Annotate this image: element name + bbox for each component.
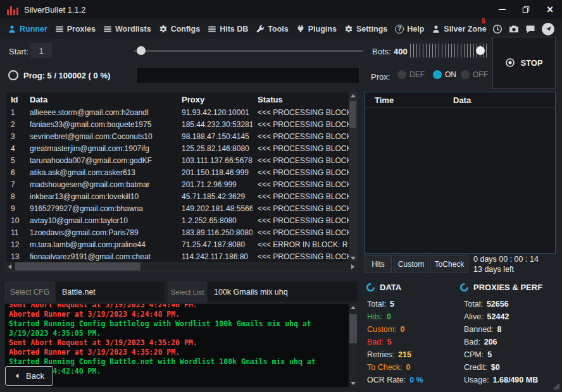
cell-data: inkbear13@gmail.com:lovekill10 [25,191,177,203]
progress-text: Prog: 5 / 100002 ( 0 %) [23,71,110,80]
stat-value: 52442 [487,312,509,321]
close-button[interactable]: × [538,0,562,19]
scrollbar-thumb[interactable] [349,314,357,343]
cell-data: faniaes33@gmail.com:boquete1975 [25,119,177,131]
start-slider[interactable] [134,50,363,52]
scroll-up-icon[interactable] [351,94,356,97]
person-icon [8,25,16,34]
stat-label: Custom: [367,325,397,334]
tab-tocheck-results[interactable]: ToCheck [430,255,468,273]
scroll-right-icon[interactable] [351,264,354,269]
back-button[interactable]: Back [5,366,53,386]
camera-icon[interactable] [509,24,519,34]
capture-grid-header: Time Data [365,92,555,108]
stat-label: Bad: [367,338,384,346]
history-clock-icon[interactable] [492,24,503,34]
stat-row: Credit: $0 [464,361,538,374]
stat-value: 5 [390,300,394,309]
capture-grid: Time Data [364,92,556,254]
table-row[interactable]: 6 atika.ask@gmail.com:asker613 201.150.1… [6,167,349,179]
start-input[interactable] [30,43,52,58]
progress-radio[interactable] [8,70,18,80]
cell-data: 9165279927@gmail.com:bhawna [25,203,177,215]
tab-hits-db[interactable]: Hits DB [204,19,252,39]
results-vertical-scrollbar[interactable] [349,92,357,262]
column-header-id: Id [6,92,25,107]
stop-button[interactable]: STOP [492,37,556,89]
table-row[interactable]: 2 faniaes33@gmail.com:boquete1975 185.44… [6,119,349,131]
stat-row: Hits: 0 [367,310,423,323]
tab-runner[interactable]: Runner [4,19,51,39]
tab-wordlists-label: Wordlists [115,25,151,34]
telegram-send-icon[interactable] [542,23,554,35]
column-header-status: Status [253,92,349,107]
cell-id: 8 [6,191,25,203]
tab-configs[interactable]: Configs [155,19,204,39]
toggle-knob-icon [461,70,470,79]
maximize-button[interactable] [514,0,538,19]
stat-value: 215 [398,350,411,359]
table-row[interactable]: 4 greatmasterjim@gmail.com:1907ifg 125.2… [6,143,349,155]
minimize-button[interactable] [490,0,514,19]
chat-icon[interactable] [525,24,535,34]
runner-log: Sent Abort Request at 3/19/2023 4:24:46 … [5,304,358,387]
cell-data: fionaalvarez9191@gmail.com:cheat [25,251,177,262]
tab-custom-results[interactable]: Custom [394,255,428,273]
toggle-knob-icon [397,70,406,79]
proxy-mode-on[interactable]: ON [433,70,456,79]
tab-proxies[interactable]: Proxies [51,19,99,39]
resize-grip-icon[interactable] [550,380,560,390]
stat-label: Total: [464,300,483,309]
scroll-down-icon[interactable] [351,257,356,260]
cell-id: 9 [6,203,25,215]
table-row[interactable]: 11 1zoedavis@gmail.com:Paris789 183.89.1… [6,227,349,239]
cell-data: tarunahooda007@gmail.com:godKF [25,155,177,167]
tab-tools[interactable]: Tools [252,19,292,39]
toggle-knob-icon [433,70,442,79]
stat-row: Usage: 1.68/490 MB [464,374,538,386]
tab-plugins[interactable]: Plugins [292,19,340,39]
scrollbar-thumb[interactable] [349,101,356,128]
list-icon [208,25,216,34]
gear-icon [159,25,168,34]
table-row[interactable]: 10 avtay10@gmail.com:taylor10 1.2.252.65… [6,215,349,227]
table-row[interactable]: 3 sevrinebret@gmail.com:Coconuts10 98.18… [6,131,349,143]
bots-slider[interactable] [410,44,487,58]
ring-chart-icon [459,283,469,292]
start-slider-thumb[interactable] [137,46,146,55]
log-scrollbar[interactable] [349,304,358,387]
tab-help[interactable]: Help [391,19,428,39]
table-row[interactable]: 8 inkbear13@gmail.com:lovekill10 45.71.1… [6,191,349,203]
table-row[interactable]: 1 allieeee.storm@gmail.com:h2oandl 91.93… [6,107,349,119]
results-horizontal-scrollbar[interactable] [6,262,357,271]
proxy-mode-off[interactable]: OFF [461,70,488,79]
cell-id: 5 [6,155,25,167]
scrollbar-thumb[interactable] [15,262,140,271]
app-logo-icon [7,4,18,15]
table-row[interactable]: 13 fionaalvarez9191@gmail.com:cheat 114.… [6,251,349,262]
proxy-mode-def-label: DEF [409,70,425,79]
table-row[interactable]: 5 tarunahooda007@gmail.com:godKF 103.111… [6,155,349,167]
tab-settings[interactable]: Settings [340,19,391,39]
table-row[interactable]: 7 madshougesen@gmail.com:batmar 201.71.2… [6,179,349,191]
cell-id: 7 [6,179,25,191]
selected-wordlist-field[interactable]: 100k Gmails mix uhq [208,282,358,302]
tab-silver-zone[interactable]: 5 Silver Zone [428,19,490,39]
table-row[interactable]: 9 9165279927@gmail.com:bhawna 149.202.18… [6,203,349,215]
selected-config-field[interactable]: Battle.net [56,282,165,302]
scroll-up-icon[interactable] [351,306,356,309]
cell-proxy: 149.202.181.48:5566 [177,203,253,215]
progress-bar [136,67,359,83]
scroll-down-icon[interactable] [351,382,356,385]
tab-wordlists[interactable]: Wordlists [99,19,155,39]
tab-hits-results[interactable]: Hits [365,255,392,273]
table-row[interactable]: 12 m.tara.lamb@gmail.com:praline44 71.25… [6,239,349,251]
select-config-button[interactable]: Select CFG [5,282,54,302]
select-wordlist-button[interactable]: Select List [168,282,206,302]
bots-slider-thumb[interactable] [476,46,485,55]
bots-value: 400 [394,47,408,56]
proxy-mode-def[interactable]: DEF [397,70,425,79]
cell-proxy: 103.111.137.66:5678 [177,155,253,167]
scroll-left-icon[interactable] [8,264,11,269]
stat-label: Hits: [367,312,383,321]
